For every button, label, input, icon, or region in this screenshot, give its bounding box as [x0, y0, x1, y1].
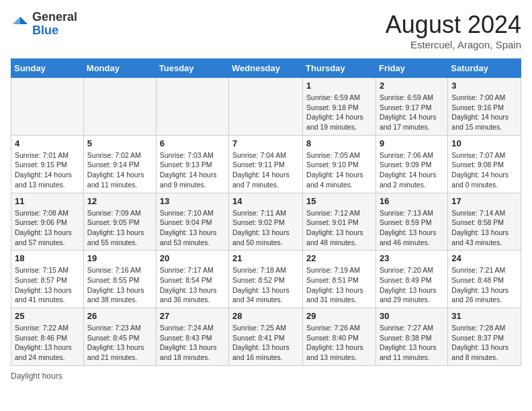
calendar-cell: 8Sunrise: 7:05 AM Sunset: 9:10 PM Daylig… [303, 135, 376, 193]
day-info: Sunrise: 7:09 AM Sunset: 9:05 PM Dayligh… [87, 208, 152, 248]
weekday-header-saturday: Saturday [448, 59, 521, 78]
day-number: 10 [451, 138, 517, 148]
logo-icon [11, 15, 30, 34]
day-info: Sunrise: 7:13 AM Sunset: 8:59 PM Dayligh… [380, 208, 444, 248]
calendar-cell: 20Sunrise: 7:17 AM Sunset: 8:54 PM Dayli… [156, 250, 228, 308]
weekday-header-thursday: Thursday [303, 59, 376, 78]
calendar-cell: 30Sunrise: 7:27 AM Sunset: 8:38 PM Dayli… [375, 308, 447, 366]
day-number: 1 [306, 81, 372, 91]
day-number: 21 [232, 253, 299, 263]
day-number: 25 [15, 311, 80, 321]
calendar-cell: 25Sunrise: 7:22 AM Sunset: 8:46 PM Dayli… [11, 308, 84, 366]
title-area: August 2024 Estercuel, Aragon, Spain [386, 11, 521, 50]
weekday-header-tuesday: Tuesday [156, 59, 228, 78]
day-number: 14 [232, 196, 299, 206]
day-info: Sunrise: 7:10 AM Sunset: 9:04 PM Dayligh… [160, 208, 225, 248]
calendar-cell: 27Sunrise: 7:24 AM Sunset: 8:43 PM Dayli… [156, 308, 228, 366]
day-info: Sunrise: 7:26 AM Sunset: 8:40 PM Dayligh… [306, 323, 372, 363]
day-info: Sunrise: 7:04 AM Sunset: 9:11 PM Dayligh… [232, 150, 299, 190]
day-info: Sunrise: 7:16 AM Sunset: 8:55 PM Dayligh… [87, 265, 152, 305]
day-info: Sunrise: 7:28 AM Sunset: 8:37 PM Dayligh… [451, 323, 517, 363]
day-number: 6 [160, 138, 225, 148]
day-info: Sunrise: 7:15 AM Sunset: 8:57 PM Dayligh… [15, 265, 80, 305]
weekday-header-monday: Monday [83, 59, 156, 78]
day-info: Sunrise: 7:01 AM Sunset: 9:15 PM Dayligh… [15, 150, 80, 190]
calendar-cell: 15Sunrise: 7:12 AM Sunset: 9:01 PM Dayli… [303, 193, 376, 250]
calendar-cell: 17Sunrise: 7:14 AM Sunset: 8:58 PM Dayli… [448, 193, 521, 250]
day-info: Sunrise: 7:12 AM Sunset: 9:01 PM Dayligh… [306, 208, 372, 248]
day-info: Sunrise: 6:59 AM Sunset: 9:18 PM Dayligh… [306, 93, 372, 132]
calendar-cell: 1Sunrise: 6:59 AM Sunset: 9:18 PM Daylig… [303, 78, 376, 136]
calendar-week-row: 11Sunrise: 7:08 AM Sunset: 9:06 PM Dayli… [11, 193, 521, 250]
calendar-week-row: 25Sunrise: 7:22 AM Sunset: 8:46 PM Dayli… [11, 308, 521, 366]
calendar-week-row: 1Sunrise: 6:59 AM Sunset: 9:18 PM Daylig… [11, 78, 521, 136]
weekday-header-row: SundayMondayTuesdayWednesdayThursdayFrid… [11, 59, 521, 78]
calendar-cell: 14Sunrise: 7:11 AM Sunset: 9:02 PM Dayli… [229, 193, 303, 250]
day-number: 18 [15, 253, 80, 263]
logo: General Blue [11, 11, 77, 38]
day-info: Sunrise: 7:11 AM Sunset: 9:02 PM Dayligh… [232, 208, 299, 248]
day-number: 4 [15, 138, 80, 148]
calendar-cell: 2Sunrise: 6:59 AM Sunset: 9:17 PM Daylig… [375, 78, 447, 136]
day-number: 28 [232, 311, 299, 321]
day-number: 19 [87, 253, 152, 263]
calendar-cell: 11Sunrise: 7:08 AM Sunset: 9:06 PM Dayli… [11, 193, 84, 250]
day-number: 2 [380, 81, 444, 91]
calendar-cell [83, 78, 156, 136]
day-number: 20 [160, 253, 225, 263]
day-info: Sunrise: 7:27 AM Sunset: 8:38 PM Dayligh… [380, 323, 444, 363]
calendar-cell: 26Sunrise: 7:23 AM Sunset: 8:45 PM Dayli… [83, 308, 156, 366]
calendar-cell: 18Sunrise: 7:15 AM Sunset: 8:57 PM Dayli… [11, 250, 84, 308]
calendar-cell [11, 78, 84, 136]
day-info: Sunrise: 7:20 AM Sunset: 8:49 PM Dayligh… [380, 265, 444, 305]
day-number: 16 [380, 196, 444, 206]
day-number: 22 [306, 253, 372, 263]
day-info: Sunrise: 7:02 AM Sunset: 9:14 PM Dayligh… [87, 150, 152, 190]
calendar-cell: 16Sunrise: 7:13 AM Sunset: 8:59 PM Dayli… [375, 193, 447, 250]
day-info: Sunrise: 7:00 AM Sunset: 9:16 PM Dayligh… [451, 93, 517, 132]
calendar-cell: 10Sunrise: 7:07 AM Sunset: 9:08 PM Dayli… [448, 135, 521, 193]
day-info: Sunrise: 7:23 AM Sunset: 8:45 PM Dayligh… [87, 323, 152, 363]
day-number: 13 [160, 196, 225, 206]
day-info: Sunrise: 7:08 AM Sunset: 9:06 PM Dayligh… [15, 208, 80, 248]
calendar-cell [229, 78, 303, 136]
calendar-cell: 4Sunrise: 7:01 AM Sunset: 9:15 PM Daylig… [11, 135, 84, 193]
day-number: 17 [451, 196, 517, 206]
logo-general-text: General [32, 11, 77, 24]
day-number: 29 [306, 311, 372, 321]
calendar-table: SundayMondayTuesdayWednesdayThursdayFrid… [11, 58, 521, 366]
weekday-header-wednesday: Wednesday [229, 59, 303, 78]
calendar-cell: 23Sunrise: 7:20 AM Sunset: 8:49 PM Dayli… [375, 250, 447, 308]
day-info: Sunrise: 7:07 AM Sunset: 9:08 PM Dayligh… [451, 150, 517, 190]
day-info: Sunrise: 7:22 AM Sunset: 8:46 PM Dayligh… [15, 323, 80, 363]
calendar-cell: 6Sunrise: 7:03 AM Sunset: 9:13 PM Daylig… [156, 135, 228, 193]
calendar-week-row: 4Sunrise: 7:01 AM Sunset: 9:15 PM Daylig… [11, 135, 521, 193]
day-number: 8 [306, 138, 372, 148]
day-number: 15 [306, 196, 372, 206]
svg-marker-1 [13, 17, 20, 24]
calendar-cell: 29Sunrise: 7:26 AM Sunset: 8:40 PM Dayli… [303, 308, 376, 366]
day-number: 30 [380, 311, 444, 321]
day-info: Sunrise: 7:14 AM Sunset: 8:58 PM Dayligh… [451, 208, 517, 248]
day-number: 24 [451, 253, 517, 263]
day-info: Sunrise: 7:17 AM Sunset: 8:54 PM Dayligh… [160, 265, 225, 305]
calendar-cell: 13Sunrise: 7:10 AM Sunset: 9:04 PM Dayli… [156, 193, 228, 250]
calendar-cell: 5Sunrise: 7:02 AM Sunset: 9:14 PM Daylig… [83, 135, 156, 193]
day-number: 31 [451, 311, 517, 321]
day-info: Sunrise: 7:06 AM Sunset: 9:09 PM Dayligh… [380, 150, 444, 190]
month-year-title: August 2024 [386, 11, 521, 39]
calendar-cell: 22Sunrise: 7:19 AM Sunset: 8:51 PM Dayli… [303, 250, 376, 308]
calendar-cell: 12Sunrise: 7:09 AM Sunset: 9:05 PM Dayli… [83, 193, 156, 250]
calendar-week-row: 18Sunrise: 7:15 AM Sunset: 8:57 PM Dayli… [11, 250, 521, 308]
page-header: General Blue August 2024 Estercuel, Arag… [11, 11, 521, 50]
day-info: Sunrise: 6:59 AM Sunset: 9:17 PM Dayligh… [380, 93, 444, 132]
day-info: Sunrise: 7:05 AM Sunset: 9:10 PM Dayligh… [306, 150, 372, 190]
day-info: Sunrise: 7:25 AM Sunset: 8:41 PM Dayligh… [232, 323, 299, 363]
day-number: 11 [15, 196, 80, 206]
calendar-cell: 24Sunrise: 7:21 AM Sunset: 8:48 PM Dayli… [448, 250, 521, 308]
svg-marker-0 [20, 17, 28, 24]
day-info: Sunrise: 7:19 AM Sunset: 8:51 PM Dayligh… [306, 265, 372, 305]
calendar-cell: 9Sunrise: 7:06 AM Sunset: 9:09 PM Daylig… [375, 135, 447, 193]
day-number: 12 [87, 196, 152, 206]
calendar-cell [156, 78, 228, 136]
